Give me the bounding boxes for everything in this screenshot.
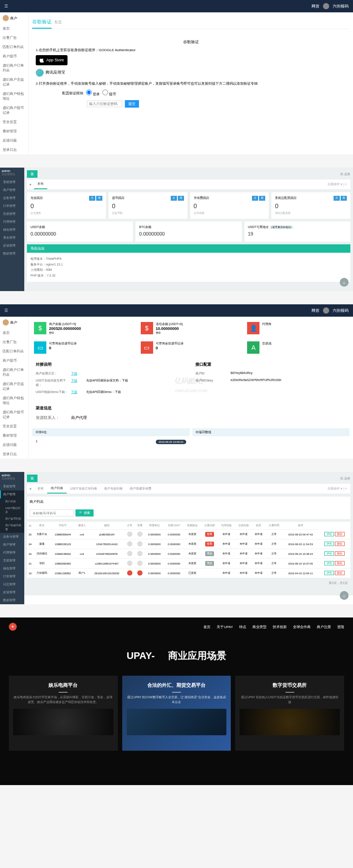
stat-deposit: 充值跟踪月周 0总充值数 [27, 192, 106, 219]
nav-login[interactable]: 登陆 [337, 625, 344, 629]
menu-icon[interactable]: ☰ [4, 4, 8, 8]
detail-button[interactable]: 详情 [324, 532, 334, 536]
search-button[interactable]: 🔍 搜索 [75, 509, 94, 516]
topbar: ☰ 网首 六街模码 [0, 304, 353, 317]
detail-button[interactable]: 详情 [324, 571, 334, 575]
card-pool[interactable]: A交易池 [245, 340, 349, 355]
download-link[interactable]: 下载 [71, 371, 77, 376]
table-row: 21登阳13882830965s19B119891074467 0.000000… [27, 559, 350, 569]
detail-button[interactable]: 详情 [324, 561, 334, 565]
code-input[interactable] [87, 101, 122, 107]
float-home-icon[interactable]: ⌂ [340, 591, 349, 600]
dollar-icon: $ [34, 322, 46, 334]
logo-icon[interactable]: ✦ [9, 623, 17, 631]
radio-withdraw[interactable]: 提币 [102, 90, 116, 97]
cert-icon [127, 561, 132, 566]
card-frozen[interactable]: $冻结余额 (USDT=0)10.00000000件0 [139, 320, 243, 337]
page-title: 谷歌验证 [32, 16, 52, 29]
appstore-button[interactable]: App Store [36, 55, 68, 65]
panel-google-auth: ☰ 网首 六街模码 商户 首页 出售广告 匹配订单列表 商户提币 虚幻商户订单列… [0, 0, 353, 154]
card-agent[interactable]: 👤代理商 [245, 320, 349, 337]
card-balance[interactable]: $商户余额 (USDT=5)200320.00000000件0 [32, 320, 136, 337]
card-q1[interactable]: ▭可查询全部虚币记录0 [32, 340, 136, 355]
sub-title: 谷歌验证 [36, 39, 346, 45]
card-icon: ▭ [34, 341, 46, 354]
menu-icon[interactable]: ☰ [4, 308, 8, 313]
tencent-icon [36, 69, 44, 77]
username[interactable]: 六街模码 [333, 4, 349, 9]
side-ads[interactable]: 出售广告 [0, 33, 28, 42]
tab-all[interactable]: 所有 [34, 180, 47, 189]
merchant-sidebar: 商户 首页 出售广告 匹配订单列表 商户提币 虚幻商户订单列表 虚幻商户充值记录… [0, 12, 29, 154]
delete-button[interactable]: 删除 [335, 571, 345, 575]
admin-nav-item[interactable]: 数据管理 [0, 250, 24, 258]
admin-nav-item[interactable]: 资金管理 [0, 234, 24, 242]
side-security[interactable]: 安全设置 [0, 117, 28, 127]
admin-nav-item[interactable]: 商户管理 [0, 186, 24, 194]
radio-label: 配置验证模块 [62, 91, 83, 97]
admin-nav-item[interactable]: 钱包管理 [0, 226, 24, 234]
table-row: 25东那不在13888358644nullj2d80358104 0.00000… [27, 530, 350, 539]
step1-text: 1.在您的手机上安装谷歌身份验证程序：GOOGLE Authenticator [36, 48, 346, 53]
step2-text: 2.打开身份验证程序，手动添加账号输入秘钥：手动添加秘钥管理绑定账户，直接填写登… [36, 81, 346, 87]
side-withdraw[interactable]: 商户提币 [0, 52, 28, 61]
nav-tech[interactable]: 技术创新 [273, 625, 287, 629]
landing-nav: ✦ 首页 关于UPAY 特点 商业类型 技术创新 全球合作商 商户注册 登陆 [0, 617, 353, 636]
side-vwithdraw[interactable]: 虚幻商户提币记录 [0, 103, 28, 117]
side-material[interactable]: 素材管理 [0, 127, 28, 136]
table-row: 22洪的测试13968138632null12NH9708234878 0.00… [27, 549, 350, 559]
delete-button[interactable]: 删除 [335, 542, 345, 546]
admin-nav-item[interactable]: 代理管理 [0, 218, 24, 226]
merchant-sidebar: 商户 首页 出售广告 匹配订单列表 商户提币 虚幻商户订单列表 虚幻商户充值记录… [0, 317, 29, 459]
panel-landing: ✦ 首页 关于UPAY 特点 商业类型 技术创新 全球合作商 商户注册 登陆 U… [0, 617, 353, 785]
nav-home[interactable]: 首页 [203, 625, 210, 629]
side-feedback[interactable]: 反馈问题 [0, 136, 28, 145]
admin-nav-item[interactable]: 订单管理 [0, 202, 24, 210]
dollar-icon: $ [141, 322, 153, 334]
avatar[interactable] [323, 307, 329, 314]
detail-button[interactable]: 详情 [324, 551, 334, 556]
system-info: 系统信息 程序版本：ThinkPHP6 服务平台：nginx/1.15.1 上传… [27, 244, 350, 282]
side-loginlog[interactable]: 登录日志 [0, 145, 28, 154]
admin-sidebar: admin后台管理员 系统管理 商户管理 商户列表 USDT预估列表 商户提币列… [0, 472, 24, 604]
user-plus-icon: 👤 [247, 322, 259, 334]
usdt-addr: USDT可用地址 (请尽量添加地址)19 [244, 221, 350, 242]
auth-content: 谷歌验证 配置 谷歌验证 1.在您的手机上安装谷歌身份验证程序：GOOGLE A… [29, 12, 353, 117]
delete-button[interactable]: 删除 [335, 532, 345, 536]
merchant-mgmt-item[interactable]: 商户管理 [0, 490, 24, 498]
scene-entertainment[interactable]: 娱乐电商平台 娱乐电商是最大的代币交换市场，从层级到博彩，交易方便，安全，全球接… [9, 676, 118, 751]
card-q2[interactable]: ▭可查询全部虚币记录0 [139, 340, 243, 355]
admin-nav-item[interactable]: 反馈管理 [0, 242, 24, 250]
topbar: ☰ 网首 六街模码 [0, 0, 353, 12]
nav-link[interactable]: 网首 [312, 4, 319, 9]
stat-grid: 充值跟踪月周 0总充值数 提币跟踪月周 0总提币数 手续费跟踪月周 0总手续费 … [27, 192, 350, 219]
nav-features[interactable]: 特点 [239, 625, 246, 629]
submit-button[interactable]: 提交 [125, 100, 139, 108]
home-btn[interactable]: 首 [27, 170, 38, 178]
scene-forex[interactable]: 合法的外汇、期货交易平台 通过UPAY 的COM数字账币入金交易，让"虚拟商店"… [122, 676, 231, 751]
side-vwallet[interactable]: 虚幻商户钱包地址 [0, 89, 28, 103]
side-home[interactable]: 首页 [0, 24, 28, 33]
radio-login[interactable]: 登录 [86, 90, 100, 97]
side-orders[interactable]: 匹配订单列表 [0, 42, 28, 52]
float-home-icon[interactable]: ⌂ [340, 278, 349, 287]
user-icon [3, 15, 9, 21]
search-input[interactable] [30, 509, 74, 516]
admin-nav-item[interactable]: 系统管理 [0, 178, 24, 186]
delete-button[interactable]: 删除 [335, 551, 345, 556]
dashboard-content: 首 供 业务 « 所有 页面操作 ▾ | » 充值跟踪月周 0总充值数 提币跟踪… [24, 168, 353, 291]
avatar[interactable] [323, 3, 329, 9]
nav-biz[interactable]: 商业类型 [252, 625, 267, 629]
admin-nav-item[interactable]: 业务管理 [0, 194, 24, 202]
admin-nav-item[interactable]: 交易管理 [0, 210, 24, 218]
scene-exchange[interactable]: 数字货币交易所 通过UPAY 轻松购入USDT充值至数字货币交易所进行交易，操作… [235, 676, 344, 751]
nav-about[interactable]: 关于UPAY [217, 625, 233, 629]
detail-button[interactable]: 详情 [324, 542, 334, 546]
side-vdeposit[interactable]: 虚幻商户充值记录 [0, 75, 28, 89]
tencent-button[interactable]: 腾讯应用宝 [36, 69, 65, 77]
nav-reg[interactable]: 商户注册 [317, 625, 331, 629]
delete-button[interactable]: 删除 [335, 561, 345, 565]
side-vorders[interactable]: 虚幻商户订单列表 [0, 61, 28, 75]
nav-global[interactable]: 全球合作商 [293, 625, 311, 629]
notice-left: ID第4位 12019-08-25 19:08-02 [32, 428, 190, 449]
